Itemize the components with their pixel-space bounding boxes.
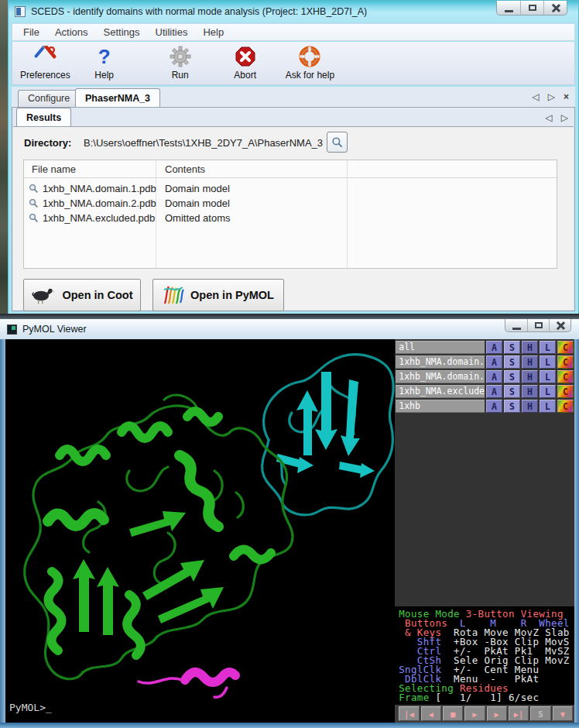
action-button[interactable]: A [486, 355, 502, 369]
results-next-icon[interactable]: ▷ [561, 112, 568, 123]
label-button[interactable]: L [540, 341, 556, 354]
stop-button[interactable]: ■ [443, 706, 463, 721]
frame-label: Frame [399, 692, 435, 703]
action-button[interactable]: A [486, 370, 502, 383]
sceds-titlebar[interactable]: SCEDS - identify domains with normal mod… [9, 1, 578, 22]
label-button[interactable]: L [540, 370, 556, 383]
show-button[interactable]: S [504, 370, 520, 383]
open-in-coot-button[interactable]: Open in Coot [23, 279, 141, 311]
screen: SCEDS - identify domains with normal mod… [0, 0, 579, 728]
pymol-titlebar[interactable]: PyMOL Viewer [0, 319, 579, 339]
open-in-coot-label: Open in Coot [62, 289, 132, 301]
results-prev-icon[interactable]: ◁ [546, 112, 553, 123]
results-tabbar: Results ◁ ▷ [12, 108, 574, 126]
table-row[interactable]: 1xhb_NMA.domain.2.pdb Domain model [24, 196, 557, 211]
hide-button[interactable]: H [522, 370, 538, 383]
show-button[interactable]: S [504, 341, 520, 354]
column-file-name[interactable]: File name [32, 163, 76, 175]
menu-help[interactable]: Help [195, 24, 231, 40]
minimize-button[interactable] [497, 1, 520, 15]
object-row: 1xhb_NMA.exclude A S H L C [396, 385, 574, 398]
object-row: 1xhb_NMA.domain. A S H L C [396, 370, 574, 383]
color-button[interactable]: C [557, 341, 574, 354]
action-button[interactable]: A [486, 385, 502, 398]
color-button[interactable]: C [557, 355, 574, 369]
column-contents[interactable]: Contents [165, 163, 205, 175]
action-button[interactable]: A [486, 341, 502, 354]
object-name-all[interactable]: all [396, 341, 485, 354]
step-back-button[interactable]: ◀ [421, 706, 441, 721]
rewind-start-button[interactable]: |◀ [399, 706, 419, 721]
file-name: 1xhb_NMA.excluded.pdb [43, 212, 155, 224]
tab-phasernma-3[interactable]: PhaserNMA_3 [75, 88, 160, 107]
step-forward-button[interactable]: ▶ [487, 706, 507, 721]
tab-prev-icon[interactable]: ◁ [533, 91, 540, 102]
object-name-excluded[interactable]: 1xhb_NMA.exclude [396, 385, 485, 398]
label-button[interactable]: L [540, 355, 556, 369]
object-name-domain2[interactable]: 1xhb_NMA.domain. [396, 370, 485, 383]
table-row[interactable]: 1xhb_NMA.excluded.pdb Omitted atoms [24, 211, 557, 225]
pymol-minimize-button[interactable] [505, 319, 527, 331]
pymol-window-border [0, 723, 579, 728]
pymol-window-border [0, 339, 5, 723]
pymol-close-button[interactable] [549, 319, 570, 331]
ask-for-help-button[interactable]: Ask for help [286, 45, 334, 81]
browse-directory-button[interactable] [327, 132, 348, 153]
object-name-1xhb[interactable]: 1xhb [396, 400, 485, 413]
hide-button[interactable]: H [522, 385, 538, 398]
results-content: Directory: B:\Users\oeffner\Tests\1XHB_2… [13, 126, 574, 310]
pymol-window-border [0, 314, 579, 319]
pymol-ribbon-icon [163, 285, 184, 305]
coot-bird-icon [31, 286, 56, 304]
skip-end-button[interactable]: ▶| [509, 706, 529, 721]
hide-button[interactable]: H [522, 341, 538, 354]
menu-actions[interactable]: Actions [47, 24, 96, 40]
close-icon [551, 4, 560, 12]
show-button[interactable]: S [504, 355, 520, 369]
action-button[interactable]: A [486, 400, 502, 413]
show-button[interactable]: S [504, 400, 520, 413]
tab-next-icon[interactable]: ▷ [548, 91, 555, 102]
color-button[interactable]: C [557, 385, 574, 398]
color-button[interactable]: C [557, 370, 574, 383]
label-button[interactable]: L [540, 385, 556, 398]
domain-1-green [25, 395, 293, 679]
play-button[interactable]: ▶ [464, 706, 485, 721]
color-button[interactable]: C [557, 400, 574, 413]
menu-file[interactable]: File [15, 24, 47, 40]
mouse-mode-panel: Mouse Mode 3-Button Viewing Buttons L M … [395, 606, 574, 705]
command-prompt[interactable]: PyMOL>_ [9, 702, 52, 713]
help-label: Help [94, 70, 114, 81]
results-frame: Results ◁ ▷ Directory: B:\Users\oeffner\… [12, 107, 575, 311]
more-menu-button[interactable]: ▼ [553, 706, 573, 721]
abort-button[interactable]: Abort [222, 45, 269, 81]
tab-configure[interactable]: Configure [18, 90, 80, 107]
maximize-icon [535, 322, 543, 328]
minimize-icon [512, 328, 521, 330]
molecule-viewport[interactable]: PyMOL>_ [5, 339, 395, 723]
help-button[interactable]: ? Help [81, 45, 128, 81]
object-name-domain1[interactable]: 1xhb_NMA.domain. [396, 355, 485, 369]
run-button[interactable]: Run [157, 45, 204, 81]
show-button[interactable]: S [504, 385, 520, 398]
tab-results[interactable]: Results [16, 108, 71, 126]
label-button[interactable]: L [540, 400, 556, 413]
hide-button[interactable]: H [522, 400, 538, 413]
maximize-button[interactable] [520, 1, 543, 15]
close-button[interactable] [543, 1, 567, 15]
tab-close-icon[interactable]: × [564, 91, 569, 102]
preferences-button[interactable]: Preferences [20, 45, 70, 81]
table-row[interactable]: 1xhb_NMA.domain.1.pdb Domain model [24, 181, 557, 196]
hide-button[interactable]: H [522, 355, 538, 369]
sceds-app-icon [15, 6, 26, 17]
file-contents: Omitted atoms [165, 212, 231, 224]
menu-utilities[interactable]: Utilities [148, 24, 196, 40]
scene-button[interactable]: S [530, 706, 550, 721]
file-name: 1xhb_NMA.domain.1.pdb [43, 183, 156, 194]
pymol-maximize-button[interactable] [527, 319, 549, 331]
object-row: 1xhb_NMA.domain. A S H L C [396, 355, 574, 369]
protein-structure-svg [5, 339, 395, 723]
pymol-sidebar: all A S H L C 1xhb_NMA.domain. A S H L C… [395, 339, 574, 723]
open-in-pymol-button[interactable]: Open in PyMOL [152, 279, 284, 311]
menu-settings[interactable]: Settings [96, 24, 148, 40]
